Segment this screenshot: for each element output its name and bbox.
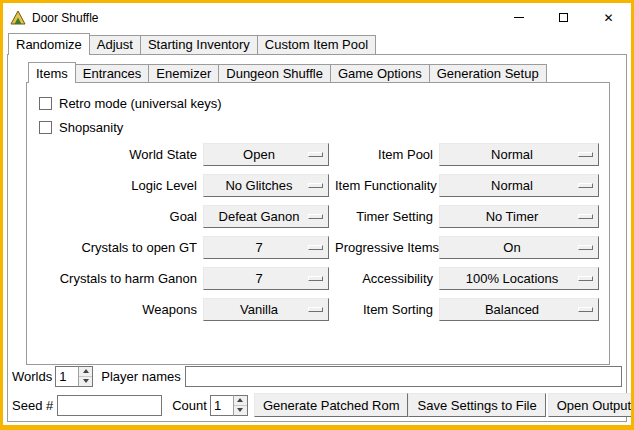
tab-items[interactable]: Items xyxy=(28,62,76,83)
dropdown-indicator-icon xyxy=(308,276,323,281)
count-down-button[interactable] xyxy=(234,406,247,415)
dropdown-indicator-icon xyxy=(578,214,593,219)
progressive-items-label: Progressive Items xyxy=(335,240,433,255)
tab-entrances[interactable]: Entrances xyxy=(75,64,150,82)
goal-dropdown[interactable]: Defeat Ganon xyxy=(203,205,329,228)
arrow-down-icon xyxy=(237,408,243,412)
dropdown-value: On xyxy=(503,240,534,255)
app-icon xyxy=(10,10,26,26)
dropdown-value: 7 xyxy=(255,271,276,286)
dropdown-value: Balanced xyxy=(485,302,553,317)
checkbox-unchecked-icon[interactable] xyxy=(39,121,52,134)
weapons-dropdown[interactable]: Vanilla xyxy=(203,298,329,321)
player-names-label: Player names xyxy=(101,369,180,384)
dropdown-indicator-icon xyxy=(578,152,593,157)
worlds-label: Worlds xyxy=(12,369,52,384)
item-sorting-label: Item Sorting xyxy=(335,302,433,317)
count-input[interactable] xyxy=(210,395,233,416)
minimize-icon xyxy=(514,17,524,18)
arrow-up-icon xyxy=(237,398,243,402)
window-controls: ✕ xyxy=(496,3,631,32)
dropdown-indicator-icon xyxy=(308,183,323,188)
progressive-items-dropdown[interactable]: On xyxy=(439,236,599,259)
window: Door Shuffle ✕ Randomize Adjust Starting… xyxy=(0,0,634,430)
dropdown-indicator-icon xyxy=(578,307,593,312)
dropdown-value: Open xyxy=(243,147,289,162)
randomize-pane: Items Entrances Enemizer Dungeon Shuffle… xyxy=(7,54,627,422)
inner-notebook: Items Entrances Enemizer Dungeon Shuffle… xyxy=(26,61,610,365)
save-settings-button[interactable]: Save Settings to File xyxy=(408,393,545,417)
dropdown-indicator-icon xyxy=(308,245,323,250)
timer-setting-label: Timer Setting xyxy=(335,209,433,224)
minimize-button[interactable] xyxy=(496,3,541,32)
shopsanity-label: Shopsanity xyxy=(59,120,123,135)
crystals-open-gt-dropdown[interactable]: 7 xyxy=(203,236,329,259)
dropdown-indicator-icon xyxy=(578,183,593,188)
retro-mode-label: Retro mode (universal keys) xyxy=(59,96,222,111)
worlds-down-button[interactable] xyxy=(79,377,92,386)
item-functionality-dropdown[interactable]: Normal xyxy=(439,174,599,197)
generate-patched-rom-button[interactable]: Generate Patched Rom xyxy=(254,393,409,417)
close-icon: ✕ xyxy=(603,12,613,24)
tab-randomize[interactable]: Randomize xyxy=(8,33,90,55)
dropdown-indicator-icon xyxy=(308,214,323,219)
weapons-label: Weapons xyxy=(37,302,197,317)
open-output-directory-button[interactable]: Open Output Directory xyxy=(548,393,634,417)
dropdown-value: 100% Locations xyxy=(466,271,573,286)
worlds-spin-buttons xyxy=(78,366,93,387)
items-pane: Retro mode (universal keys) Shopsanity W… xyxy=(26,82,610,365)
world-state-label: World State xyxy=(37,147,197,162)
close-button[interactable]: ✕ xyxy=(586,3,631,32)
dropdown-indicator-icon xyxy=(578,276,593,281)
tab-game-options[interactable]: Game Options xyxy=(330,64,430,82)
timer-setting-dropdown[interactable]: No Timer xyxy=(439,205,599,228)
dropdown-value: Defeat Ganon xyxy=(219,209,314,224)
world-state-dropdown[interactable]: Open xyxy=(203,143,329,166)
crystals-open-gt-label: Crystals to open GT xyxy=(37,240,197,255)
dropdown-value: Vanilla xyxy=(240,302,292,317)
titlebar[interactable]: Door Shuffle ✕ xyxy=(3,3,631,32)
arrow-down-icon xyxy=(83,379,89,383)
window-title: Door Shuffle xyxy=(32,11,99,25)
shopsanity-checkbox[interactable]: Shopsanity xyxy=(37,115,599,139)
tab-enemizer[interactable]: Enemizer xyxy=(148,64,219,82)
count-spin-buttons xyxy=(233,395,248,416)
accessibility-dropdown[interactable]: 100% Locations xyxy=(439,267,599,290)
dropdown-indicator-icon xyxy=(308,307,323,312)
tab-dungeon-shuffle[interactable]: Dungeon Shuffle xyxy=(218,64,331,82)
maximize-button[interactable] xyxy=(541,3,586,32)
tab-adjust[interactable]: Adjust xyxy=(89,35,141,54)
tab-starting-inventory[interactable]: Starting Inventory xyxy=(140,35,258,54)
count-spinbox xyxy=(210,395,248,416)
item-pool-dropdown[interactable]: Normal xyxy=(439,143,599,166)
dropdown-value: No Timer xyxy=(486,209,553,224)
player-names-input[interactable] xyxy=(185,366,622,387)
dropdown-value: 7 xyxy=(255,240,276,255)
goal-label: Goal xyxy=(37,209,197,224)
arrow-up-icon xyxy=(83,369,89,373)
worlds-input[interactable] xyxy=(55,366,78,387)
seed-label: Seed # xyxy=(12,398,53,413)
worlds-up-button[interactable] xyxy=(79,367,92,377)
maximize-icon xyxy=(559,13,568,22)
dropdown-value: Normal xyxy=(491,178,547,193)
seed-input[interactable] xyxy=(57,395,162,416)
item-sorting-dropdown[interactable]: Balanced xyxy=(439,298,599,321)
logic-level-label: Logic Level xyxy=(37,178,197,193)
checkbox-unchecked-icon[interactable] xyxy=(39,97,52,110)
worlds-spinbox xyxy=(55,366,93,387)
count-up-button[interactable] xyxy=(234,396,247,406)
inner-tab-bar: Items Entrances Enemizer Dungeon Shuffle… xyxy=(26,61,610,82)
item-functionality-label: Item Functionality xyxy=(335,178,433,193)
retro-mode-checkbox[interactable]: Retro mode (universal keys) xyxy=(37,91,599,115)
dropdown-indicator-icon xyxy=(308,152,323,157)
logic-level-dropdown[interactable]: No Glitches xyxy=(203,174,329,197)
dropdown-value: No Glitches xyxy=(225,178,306,193)
dropdown-value: Normal xyxy=(491,147,547,162)
footer: Worlds Player names Seed # Count xyxy=(8,365,626,421)
count-label: Count xyxy=(172,398,207,413)
tab-generation-setup[interactable]: Generation Setup xyxy=(429,64,547,82)
crystals-harm-ganon-dropdown[interactable]: 7 xyxy=(203,267,329,290)
item-pool-label: Item Pool xyxy=(335,147,433,162)
tab-custom-item-pool[interactable]: Custom Item Pool xyxy=(257,35,376,54)
